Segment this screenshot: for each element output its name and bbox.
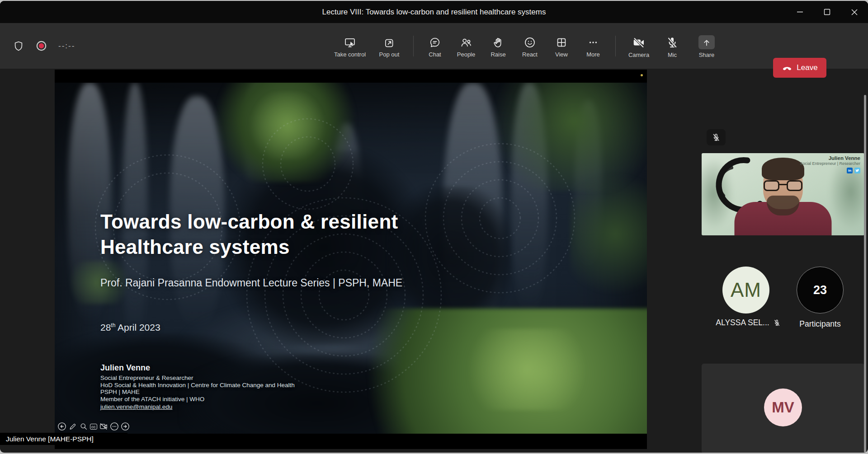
minimize-icon: [796, 8, 804, 16]
slide-nav-controls: cc: [57, 422, 130, 431]
share-label: Share: [699, 51, 715, 58]
presenter-line: PSPH | MAHE: [100, 388, 295, 396]
pop-out-button[interactable]: Pop out: [372, 34, 407, 58]
maximize-button[interactable]: [816, 1, 837, 23]
minimize-button[interactable]: [789, 1, 810, 23]
share-box: [698, 35, 715, 49]
chat-button[interactable]: Chat: [420, 34, 450, 58]
people-label: People: [457, 51, 475, 58]
participants-count: 23: [813, 283, 827, 297]
slide-subtitle: Prof. Rajani Prasanna Endowment Lecture …: [100, 277, 402, 289]
more-dots-icon: [587, 36, 599, 49]
meeting-toolbar: --:-- Take control Pop out: [0, 23, 868, 69]
prev-slide-button[interactable]: [57, 422, 66, 431]
mic-off-icon: [712, 133, 721, 142]
photo-texture: [570, 159, 647, 309]
video-toggle-button[interactable]: [99, 422, 108, 431]
view-button[interactable]: View: [546, 34, 577, 58]
people-button[interactable]: People: [450, 34, 482, 58]
share-arrow-icon: [702, 37, 712, 47]
take-control-label: Take control: [334, 51, 366, 58]
screenshare-source-banner: Julien Venne [MAHE-PSPH]: [0, 433, 127, 445]
share-button[interactable]: Share: [689, 33, 724, 58]
camera-off-icon: [632, 36, 646, 49]
hangup-icon: [782, 62, 793, 73]
slide-title-line1: Towards low-carbon & resilient: [100, 209, 398, 234]
titlebar: Lecture VIII: Towards low-carbon and res…: [0, 1, 868, 23]
presenter-figure: [779, 184, 787, 185]
mic-off-icon: [665, 36, 679, 49]
photo-texture: [389, 187, 511, 327]
mic-off-icon: [773, 319, 781, 327]
toolbar-left-cluster: --:--: [13, 23, 75, 69]
twitter-icon: [854, 168, 860, 173]
more-options-button[interactable]: [110, 422, 119, 431]
mic-button[interactable]: Mic: [656, 34, 689, 58]
recording-indicator-icon: [35, 40, 47, 52]
toolbar-separator: [615, 36, 616, 56]
presenter-line: Social Entrepreneur & Researcher: [100, 374, 295, 382]
leave-button[interactable]: Leave: [773, 58, 826, 78]
participants-count-tile[interactable]: 23: [797, 267, 844, 314]
view-grid-icon: [555, 36, 568, 49]
take-control-button[interactable]: Take control: [328, 34, 372, 58]
chat-label: Chat: [429, 51, 441, 58]
pop-out-icon: [383, 36, 396, 49]
raise-hand-button[interactable]: Raise: [482, 34, 514, 58]
presenter-name: Julien Venne: [100, 363, 295, 373]
presenter-video-tile[interactable]: Julien Venne Social Entrepreneur | Resea…: [702, 153, 864, 235]
video-overlay-role: Social Entrepreneur | Researcher: [800, 161, 860, 166]
participant-tile-mv[interactable]: MV: [702, 364, 864, 453]
leave-label: Leave: [797, 63, 817, 72]
teams-meeting-window: Lecture VIII: Towards low-carbon and res…: [0, 1, 868, 453]
shared-presentation-slide[interactable]: Towards low-carbon & resilient Healthcar…: [55, 70, 647, 449]
photo-texture: [245, 83, 272, 200]
toolbar-actions: Take control Pop out Chat: [328, 23, 724, 69]
meeting-timer: --:--: [58, 42, 75, 51]
close-button[interactable]: [844, 1, 865, 23]
take-control-icon: [344, 36, 356, 49]
slide-date-suffix: th: [111, 322, 115, 328]
presenter-figure: [762, 158, 804, 180]
more-button[interactable]: More: [577, 34, 609, 58]
maximize-icon: [823, 8, 831, 16]
camera-button[interactable]: Camera: [622, 34, 656, 58]
slide-title-line2: Healthcare systems: [100, 234, 398, 260]
presenter-figure: [764, 180, 802, 192]
toolbar-separator: [413, 36, 414, 56]
video-overlay-card: Julien Venne Social Entrepreneur | Resea…: [800, 155, 860, 173]
video-overlay-name: Julien Venne: [800, 155, 860, 161]
panel-scrollbar[interactable]: [864, 95, 866, 453]
next-slide-button[interactable]: [121, 422, 130, 431]
photo-texture: [245, 92, 330, 159]
react-label: React: [522, 51, 538, 58]
captions-button[interactable]: cc: [90, 424, 97, 430]
pen-tool-button[interactable]: [68, 422, 77, 431]
shield-icon[interactable]: [13, 40, 24, 52]
presenter-line: Member of the ATACH initiative | WHO: [100, 396, 295, 403]
muted-mic-badge: [707, 129, 726, 145]
window-title: Lecture VIII: Towards low-carbon and res…: [0, 1, 868, 23]
people-icon: [460, 36, 472, 49]
linkedin-icon: in: [847, 168, 853, 173]
participants-count-label: Participants: [784, 319, 856, 329]
slide-presenter-block: Julien Venne Social Entrepreneur & Resea…: [100, 363, 295, 411]
photo-texture: [353, 309, 647, 434]
magnifier-button[interactable]: [79, 422, 88, 431]
photo-texture: [208, 83, 362, 182]
participant-tile-am[interactable]: AM: [722, 267, 769, 314]
close-icon: [850, 8, 859, 16]
photo-texture: [443, 83, 502, 354]
view-label: View: [555, 51, 568, 58]
slide-date-rest: April 2023: [115, 322, 160, 332]
slide-marker-dot: [641, 74, 643, 76]
raise-label: Raise: [491, 51, 505, 58]
react-button[interactable]: React: [514, 34, 546, 58]
presenter-email: julien.venne@manipal.edu: [100, 403, 172, 410]
avatar: MV: [764, 388, 802, 426]
presenter-line: HoD Social & Health Innovation | Centre …: [100, 382, 295, 389]
presenter-figure: [764, 180, 779, 191]
video-overlay-social: in: [800, 168, 860, 173]
mic-label: Mic: [668, 51, 677, 58]
presenter-figure: [787, 180, 802, 191]
